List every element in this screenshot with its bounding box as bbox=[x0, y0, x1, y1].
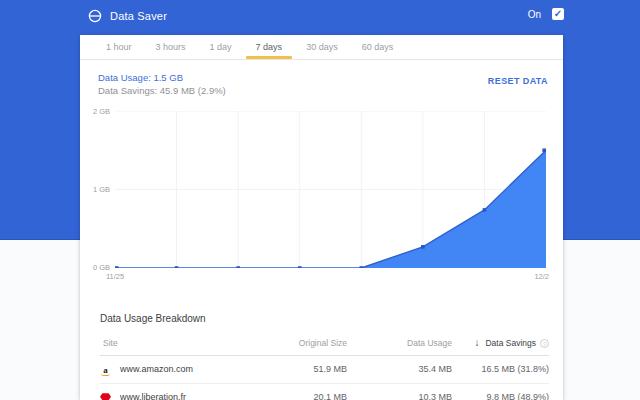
column-header-data-usage[interactable]: Data Usage bbox=[347, 331, 452, 356]
usage-area-fill bbox=[115, 150, 546, 268]
data-usage-stat: Data Usage: 1.5 GB bbox=[98, 72, 183, 83]
data-point-11/27 bbox=[236, 266, 240, 268]
column-header-data-savings[interactable]: ↓Data Savings? bbox=[452, 331, 549, 356]
time-range-tabs: 1 hour3 hours1 day7 days30 days60 days bbox=[80, 35, 563, 60]
original-size-cell: 20.1 MB bbox=[246, 383, 347, 400]
y-tick-1gb: 1 GB bbox=[80, 185, 110, 194]
liberation-favicon bbox=[100, 392, 111, 400]
tab-30-days[interactable]: 30 days bbox=[294, 35, 350, 59]
data-savings-stat: Data Savings: 45.9 MB (2.9%) bbox=[98, 85, 226, 96]
tab-60-days[interactable]: 60 days bbox=[350, 35, 406, 59]
tab-3-hours[interactable]: 3 hours bbox=[144, 35, 198, 59]
tab-1-day[interactable]: 1 day bbox=[198, 35, 244, 59]
enable-checkbox[interactable]: ✓ bbox=[552, 8, 564, 20]
column-header-site[interactable]: Site bbox=[100, 331, 246, 356]
data-point-11/28 bbox=[298, 266, 302, 268]
data-usage-cell: 35.4 MB bbox=[347, 356, 452, 384]
column-header-original-size[interactable]: Original Size bbox=[246, 331, 347, 356]
usage-area-chart bbox=[115, 111, 546, 268]
x-tick-start: 11/25 bbox=[106, 272, 124, 281]
sort-descending-icon: ↓ bbox=[474, 337, 479, 348]
site-name: www.liberation.fr bbox=[120, 392, 186, 400]
x-tick-end: 12/2 bbox=[534, 272, 549, 281]
info-icon[interactable]: ? bbox=[540, 339, 549, 348]
breakdown-table: Site Original Size Data Usage ↓Data Savi… bbox=[100, 331, 549, 400]
y-tick-2gb: 2 GB bbox=[80, 107, 110, 116]
data-point-11/30 bbox=[421, 245, 425, 249]
data-point-12/2 bbox=[542, 148, 546, 152]
breakdown-title: Data Usage Breakdown bbox=[100, 313, 206, 324]
data-savings-header-label: Data Savings bbox=[485, 338, 536, 348]
tab-1-hour[interactable]: 1 hour bbox=[94, 35, 144, 59]
usage-chart: 2 GB 1 GB 0 GB 11/25 12/2 bbox=[80, 109, 563, 287]
data-saver-icon bbox=[88, 9, 102, 23]
page-title: Data Saver bbox=[110, 10, 167, 22]
data-point-11/29 bbox=[359, 266, 363, 268]
data-savings-cell: 16.5 MB (31.8%) bbox=[452, 356, 549, 384]
breakdown-header-row: Site Original Size Data Usage ↓Data Savi… bbox=[100, 331, 549, 356]
table-row: www.liberation.fr20.1 MB10.3 MB9.8 MB (4… bbox=[100, 383, 549, 400]
y-tick-0gb: 0 GB bbox=[80, 263, 110, 272]
original-size-cell: 51.9 MB bbox=[246, 356, 347, 384]
data-savings-cell: 9.8 MB (48.9%) bbox=[452, 383, 549, 400]
status-on-label: On bbox=[528, 9, 541, 20]
data-point-12/1 bbox=[483, 208, 487, 212]
data-saver-card: 1 hour3 hours1 day7 days30 days60 days D… bbox=[80, 35, 563, 400]
extension-header: Data Saver On ✓ bbox=[0, 0, 640, 33]
site-name: www.amazon.com bbox=[120, 364, 193, 374]
data-point-11/26 bbox=[175, 266, 179, 268]
amazon-favicon: a bbox=[100, 365, 111, 375]
data-usage-cell: 10.3 MB bbox=[347, 383, 452, 400]
tab-7-days[interactable]: 7 days bbox=[244, 35, 295, 59]
reset-data-button[interactable]: RESET DATA bbox=[488, 76, 548, 86]
table-row: awww.amazon.com51.9 MB35.4 MB16.5 MB (31… bbox=[100, 356, 549, 384]
data-point-11/25 bbox=[115, 266, 119, 268]
